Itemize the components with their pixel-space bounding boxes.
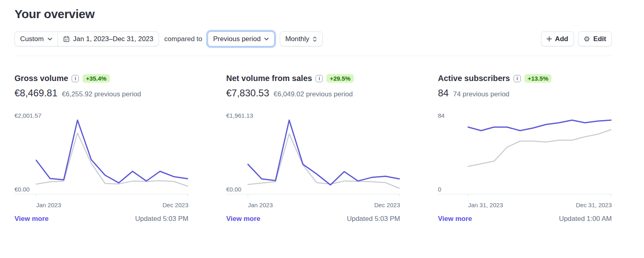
y-axis-zero-label: 0: [438, 186, 441, 193]
x-axis-start-label: Jan 2023: [36, 202, 61, 208]
card-footer: View more Updated 5:03 PM: [14, 215, 188, 223]
y-axis-max-label: 84: [438, 112, 445, 119]
line-chart: [226, 114, 400, 199]
line-chart: [438, 114, 612, 199]
x-axis-labels: Jan 2023 Dec 2023: [226, 202, 400, 208]
metric-cards: Gross volume i +35.4% €8,469.81 €6,255.9…: [14, 74, 612, 223]
info-icon[interactable]: i: [316, 75, 323, 82]
date-range-label: Jan 1, 2023–Dec 31, 2023: [73, 35, 153, 43]
calendar-icon: [63, 36, 70, 42]
chevron-up-down-icon: [312, 36, 317, 42]
overview-page: Your overview Custom Jan 1, 2023–Dec 31,…: [0, 0, 644, 223]
updated-timestamp: Updated 1:00 AM: [559, 215, 612, 223]
page-title: Your overview: [14, 7, 612, 21]
chart-net-volume: €1,961.13 €0.00: [226, 114, 400, 199]
view-more-link[interactable]: View more: [14, 215, 49, 223]
previous-period-value: €6,049.02 previous period: [274, 90, 353, 98]
y-axis-zero-label: €0.00: [226, 186, 242, 193]
card-header: Net volume from sales i +29.5%: [226, 74, 400, 83]
comparison-label: Previous period: [213, 35, 261, 43]
card-title: Net volume from sales: [226, 74, 312, 83]
edit-button[interactable]: ⚙ Edit: [578, 31, 612, 46]
gear-icon: ⚙: [584, 35, 590, 43]
x-axis-start-label: Jan 2023: [248, 202, 273, 208]
date-filter-group: Custom Jan 1, 2023–Dec 31, 2023: [14, 31, 159, 46]
x-axis-end-label: Dec 31, 2023: [576, 202, 612, 208]
filter-toolbar: Custom Jan 1, 2023–Dec 31, 2023 compared…: [14, 31, 612, 46]
card-title: Active subscribers: [438, 74, 510, 83]
info-icon[interactable]: i: [514, 75, 521, 82]
y-axis-max-label: €1,961.13: [226, 112, 253, 119]
card-header: Active subscribers i +13.5%: [438, 74, 612, 83]
info-icon[interactable]: i: [72, 75, 79, 82]
chart-gross-volume: €2,001.57 €0.00: [14, 114, 188, 199]
x-axis-start-label: Jan 31, 2023: [468, 202, 503, 208]
y-axis-max-label: €2,001.57: [14, 112, 41, 119]
growth-badge: +29.5%: [326, 74, 353, 83]
divider: [14, 56, 612, 56]
metric-values: €8,469.81 €6,255.92 previous period: [14, 87, 188, 99]
card-header: Gross volume i +35.4%: [14, 74, 188, 83]
updated-timestamp: Updated 5:03 PM: [347, 215, 400, 223]
add-button-label: Add: [555, 35, 568, 43]
growth-badge: +35.4%: [83, 74, 109, 83]
compared-to-label: compared to: [164, 35, 202, 43]
range-type-label: Custom: [20, 35, 44, 43]
chevron-down-icon: [264, 37, 269, 41]
chart-active-subscribers: 84 0: [438, 114, 612, 199]
metric-values: 84 74 previous period: [438, 87, 612, 99]
interval-select[interactable]: Monthly: [280, 31, 323, 46]
card-footer: View more Updated 5:03 PM: [226, 215, 400, 223]
metric-card-gross-volume: Gross volume i +35.4% €8,469.81 €6,255.9…: [14, 74, 188, 223]
metric-value: €8,469.81: [14, 87, 58, 99]
comparison-select[interactable]: Previous period: [208, 31, 275, 46]
filter-toolbar-right: Add ⚙ Edit: [541, 31, 612, 46]
view-more-link[interactable]: View more: [438, 215, 472, 223]
card-footer: View more Updated 1:00 AM: [438, 215, 612, 223]
y-axis-zero-label: €0.00: [14, 186, 30, 193]
metric-card-active-subscribers: Active subscribers i +13.5% 84 74 previo…: [438, 74, 612, 223]
previous-period-value: €6,255.92 previous period: [62, 90, 141, 98]
x-axis-end-label: Dec 2023: [374, 202, 400, 208]
metric-value: 84: [438, 87, 449, 99]
add-button[interactable]: Add: [541, 31, 574, 46]
x-axis-labels: Jan 31, 2023 Dec 31, 2023: [438, 202, 612, 208]
card-title: Gross volume: [14, 74, 68, 83]
chevron-down-icon: [47, 37, 52, 41]
metric-value: €7,830.53: [226, 87, 269, 99]
plus-icon: [547, 36, 552, 42]
date-range-button[interactable]: Jan 1, 2023–Dec 31, 2023: [58, 32, 159, 46]
filter-toolbar-left: Custom Jan 1, 2023–Dec 31, 2023 compared…: [14, 31, 323, 46]
growth-badge: +13.5%: [524, 74, 551, 83]
updated-timestamp: Updated 5:03 PM: [135, 215, 188, 223]
line-chart: [14, 114, 188, 199]
x-axis-end-label: Dec 2023: [163, 202, 188, 208]
interval-label: Monthly: [285, 35, 310, 43]
x-axis-labels: Jan 2023 Dec 2023: [14, 202, 188, 208]
view-more-link[interactable]: View more: [226, 215, 260, 223]
edit-button-label: Edit: [593, 35, 606, 43]
metric-card-net-volume: Net volume from sales i +29.5% €7,830.53…: [226, 74, 400, 223]
metric-values: €7,830.53 €6,049.02 previous period: [226, 87, 400, 99]
previous-period-value: 74 previous period: [453, 90, 510, 98]
range-type-button[interactable]: Custom: [15, 32, 58, 46]
